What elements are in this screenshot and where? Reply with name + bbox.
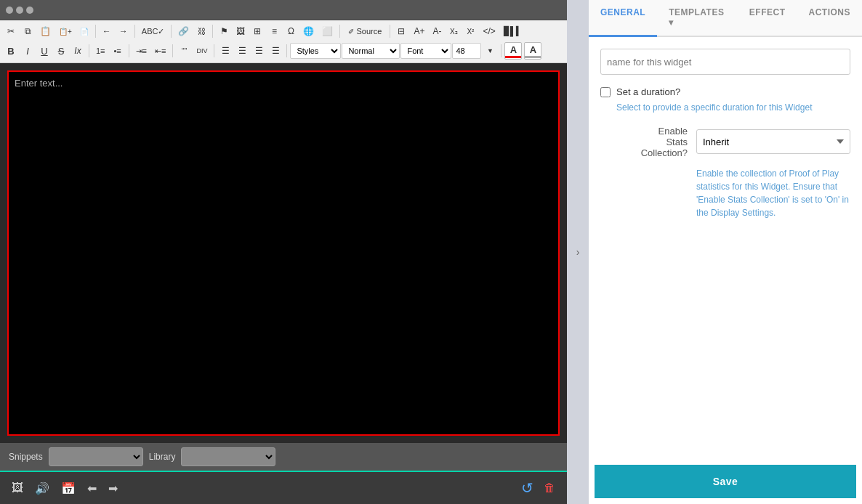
sep10 — [214, 44, 214, 57]
tab-general[interactable]: GENERAL — [589, 0, 657, 37]
duration-label: Set a duration? — [616, 86, 680, 97]
sep6 — [390, 25, 390, 38]
cut-button[interactable]: ✂ — [3, 23, 19, 39]
columns-button[interactable]: ⊟ — [393, 23, 409, 39]
sep12 — [501, 44, 502, 57]
increase-font-button[interactable]: A+ — [410, 23, 428, 39]
editor-panel: ✂ ⧉ 📋 📋+ 📄 ← → ABC✓ 🔗 ⛓ ⚑ — [0, 0, 567, 504]
align-button[interactable]: ≡ — [266, 23, 282, 39]
ul-button[interactable]: •≡ — [110, 43, 126, 59]
div-button[interactable]: DIV — [193, 43, 211, 59]
link-button[interactable]: 🔗 — [174, 23, 193, 39]
superscript-button[interactable]: X² — [462, 23, 478, 39]
maximize-button[interactable]: ⬜ — [318, 23, 337, 39]
align-right-button[interactable]: ☰ — [251, 43, 267, 59]
bottom-image-button[interactable]: 🖼 — [9, 479, 26, 497]
right-panel: GENERAL TEMPLATES ▾ EFFECT ACTIONS Set a… — [589, 0, 862, 504]
anchor-button[interactable]: ⚑ — [216, 23, 232, 39]
barcode-button[interactable]: ▊▌▍ — [500, 23, 527, 39]
sep2 — [134, 25, 135, 38]
undo-button[interactable]: ← — [99, 23, 115, 39]
collapse-handle[interactable]: › — [567, 0, 589, 504]
collapse-icon: › — [576, 246, 580, 258]
delete-button[interactable]: 🗑 — [541, 476, 558, 500]
snippets-label: Snippets — [9, 452, 43, 462]
underline-button[interactable]: U — [36, 43, 52, 59]
sep9 — [172, 44, 173, 57]
stats-select[interactable]: Inherit On Off — [696, 129, 850, 154]
duration-checkbox-row: Set a duration? — [600, 86, 850, 97]
stats-description: Enable the collection of Proof of Play s… — [696, 167, 850, 219]
bold-button[interactable]: B — [3, 43, 19, 59]
paste-button[interactable]: 📋 — [36, 23, 55, 39]
panel-footer: Save — [589, 459, 862, 504]
bottom-toolbar: 🖼 🔊 📅 ⬅ ➡ ↺ 🗑 — [0, 471, 567, 504]
font-color-icon: A — [510, 44, 517, 55]
snippets-select[interactable] — [49, 447, 143, 466]
panel-content: Set a duration? Select to provide a spec… — [589, 37, 862, 459]
library-select[interactable] — [181, 447, 275, 466]
tab-actions[interactable]: ACTIONS — [797, 0, 863, 37]
tab-effect[interactable]: EFFECT — [738, 0, 797, 37]
font-color-button[interactable]: A — [504, 42, 522, 60]
styles-select[interactable]: Styles — [290, 43, 341, 59]
titlebar-circle-3 — [26, 7, 33, 14]
bottom-calendar-button[interactable]: 📅 — [58, 479, 78, 498]
language-button[interactable]: 🌐 — [299, 23, 318, 39]
titlebar-circle — [6, 7, 13, 14]
bottom-export-button[interactable]: ➡ — [105, 479, 121, 498]
sep5 — [339, 25, 340, 38]
code-button[interactable]: </> — [479, 23, 499, 39]
paste-text-button[interactable]: 📄 — [76, 23, 92, 39]
align-justify-button[interactable]: ☰ — [267, 43, 283, 59]
align-center-button[interactable]: ☰ — [234, 43, 250, 59]
paste-formatted-button[interactable]: 📋+ — [55, 23, 76, 39]
sep7 — [89, 44, 89, 57]
duration-checkbox[interactable] — [600, 87, 611, 97]
sep1 — [95, 25, 96, 38]
editor-placeholder: Enter text... — [15, 78, 63, 89]
spellcheck-button[interactable]: ABC✓ — [138, 23, 169, 39]
source-button[interactable]: ✐ Source — [343, 23, 387, 39]
sep3 — [171, 25, 172, 38]
titlebar-circle-2 — [16, 7, 23, 14]
save-button[interactable]: Save — [595, 465, 856, 498]
bottom-right-buttons: ↺ 🗑 — [518, 476, 558, 500]
widget-name-input[interactable] — [600, 49, 850, 75]
editor-content-wrapper: Enter text... — [0, 63, 567, 443]
special-chars-button[interactable]: Ω — [283, 23, 299, 39]
font-select[interactable]: Font — [400, 43, 451, 59]
outdent-button[interactable]: ⇤≡ — [151, 43, 169, 59]
undo-bottom-button[interactable]: ↺ — [518, 476, 536, 500]
bottom-audio-button[interactable]: 🔊 — [32, 479, 52, 498]
indent-button[interactable]: ⇥≡ — [132, 43, 150, 59]
sep4 — [212, 25, 213, 38]
ol-button[interactable]: 1≡ — [92, 43, 109, 59]
decrease-font-button[interactable]: A- — [429, 23, 445, 39]
tab-templates[interactable]: TEMPLATES ▾ — [657, 0, 738, 37]
font-size-input[interactable]: 48 — [452, 43, 481, 59]
font-highlight-button[interactable]: A — [524, 42, 541, 60]
snippets-bar: Snippets Library — [0, 443, 567, 471]
name-form-group — [600, 49, 850, 75]
format-select[interactable]: Normal Heading 1 Heading 2 — [342, 43, 400, 59]
table-button[interactable]: ⊞ — [249, 23, 265, 39]
redo-button[interactable]: → — [116, 23, 132, 39]
image-insert-button[interactable]: 🖼 — [233, 23, 249, 39]
tabs-header: GENERAL TEMPLATES ▾ EFFECT ACTIONS — [589, 0, 862, 37]
unlink-button[interactable]: ⛓ — [193, 23, 209, 39]
font-highlight-underline — [525, 56, 541, 58]
strikethrough-button[interactable]: S — [53, 43, 69, 59]
remove-format-button[interactable]: Ix — [70, 43, 86, 59]
italic-button[interactable]: I — [20, 43, 36, 59]
sep8 — [129, 44, 129, 57]
toolbar-row-1: ✂ ⧉ 📋 📋+ 📄 ← → ABC✓ 🔗 ⛓ ⚑ — [3, 22, 564, 41]
bottom-import-button[interactable]: ⬅ — [84, 479, 100, 498]
sep11 — [286, 44, 287, 57]
editor-content[interactable]: Enter text... — [7, 70, 560, 436]
align-left-button[interactable]: ☰ — [217, 43, 233, 59]
subscript-button[interactable]: X₂ — [446, 23, 462, 39]
blockquote-button[interactable]: “” — [176, 43, 192, 59]
font-size-dropdown[interactable]: ▼ — [482, 43, 498, 59]
copy-button[interactable]: ⧉ — [20, 23, 36, 39]
